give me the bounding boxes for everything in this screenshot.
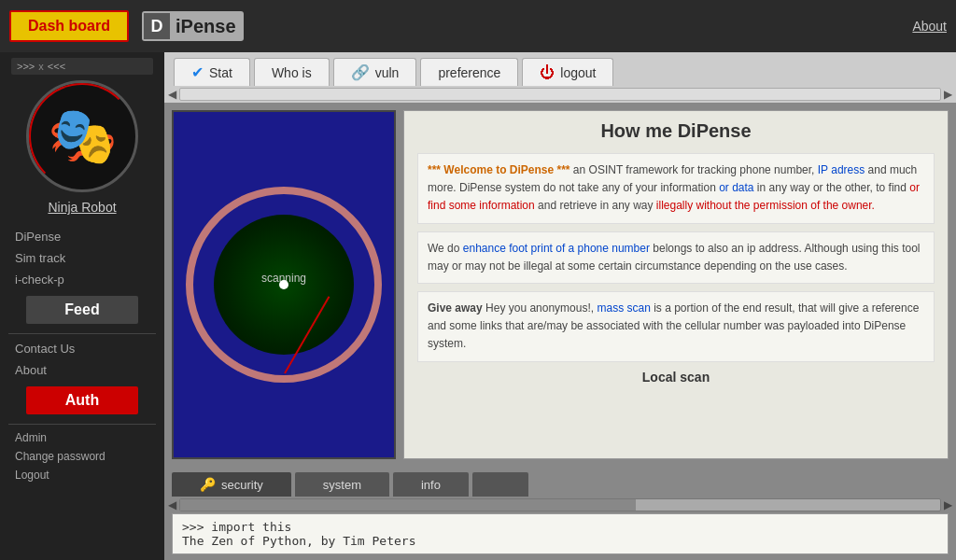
info-block-2: We do enhance foot print of a phone numb…	[417, 231, 935, 284]
sidebar: >>> x <<< 🎭 Ninja Robot DiPense Sim trac…	[0, 52, 164, 560]
auth-button[interactable]: Auth	[26, 386, 138, 414]
info-block-1: *** Welcome to DiPense *** an OSINT fram…	[417, 153, 935, 224]
local-scan-label: Local scan	[417, 370, 935, 385]
bottom-tab-system[interactable]: system	[295, 472, 389, 497]
bottom-tab-system-label: system	[323, 478, 361, 492]
info-panel: How me DiPense *** Welcome to DiPense **…	[403, 110, 949, 459]
bottom-scroll-left[interactable]: ◀	[168, 498, 176, 511]
tab-stat-label: Stat	[209, 65, 232, 80]
tab-stat[interactable]: ✔ Stat	[174, 58, 250, 86]
username[interactable]: Ninja Robot	[48, 200, 116, 215]
dashboard-button[interactable]: Dash board	[9, 10, 129, 42]
tab-logout[interactable]: ⏻ logout	[522, 58, 613, 86]
sidebar-item-about[interactable]: About	[0, 359, 164, 381]
top-scrollbar[interactable]: ◀ ▶	[164, 86, 956, 103]
bottom-tab-extra[interactable]	[472, 472, 528, 497]
bottom-tab-security[interactable]: 🔑 security	[172, 472, 291, 497]
nav-close-icon[interactable]: x	[38, 61, 44, 72]
scroll-right-arrow[interactable]: ▶	[944, 88, 952, 101]
header: Dash board D iPense About	[0, 0, 956, 52]
terminal-line-1: >>> import this	[182, 520, 938, 534]
logo-letter: D	[144, 13, 170, 39]
tab-whois-label: Who is	[272, 65, 312, 80]
sidebar-divider-2	[8, 424, 156, 425]
scrollbar-track[interactable]	[179, 88, 941, 101]
terminal-output: >>> import this The Zen of Python, by Ti…	[172, 513, 949, 554]
about-link[interactable]: About	[912, 19, 947, 34]
sidebar-divider	[8, 333, 156, 334]
content-panels: scanning How me DiPense *** Welcome to D…	[164, 103, 956, 467]
info-block-3: Give away Hey you anonymous!, mass scan …	[417, 291, 935, 362]
bottom-tabs: 🔑 security system info	[164, 467, 956, 497]
logo-name: iPense	[176, 16, 235, 37]
sidebar-item-admin[interactable]: Admin	[0, 428, 164, 447]
bottom-scrollbar[interactable]: ◀ ▶	[164, 497, 956, 513]
tab-preference[interactable]: preference	[420, 58, 518, 86]
tabs-row: ✔ Stat Who is 🔗 vuln preference ⏻ logout	[164, 52, 956, 86]
sidebar-item-simtrack[interactable]: Sim track	[0, 247, 164, 269]
avatar: 🎭	[26, 80, 138, 192]
info-title: How me DiPense	[417, 120, 935, 142]
bottom-scroll-right[interactable]: ▶	[944, 498, 952, 511]
sidebar-item-contact[interactable]: Contact Us	[0, 338, 164, 359]
bottom-scrollbar-fill	[180, 499, 636, 511]
security-key-icon: 🔑	[200, 477, 216, 492]
tab-whois[interactable]: Who is	[254, 58, 330, 86]
scan-dot	[279, 280, 288, 289]
scanner-panel: scanning	[172, 110, 396, 459]
bottom-tab-info[interactable]: info	[393, 472, 469, 497]
logout-power-icon: ⏻	[540, 64, 555, 81]
tab-vuln-label: vuln	[375, 65, 400, 80]
scanner-canvas: scanning	[181, 182, 387, 387]
tab-preference-label: preference	[438, 65, 500, 80]
avatar-ring	[27, 81, 137, 191]
content-area: ✔ Stat Who is 🔗 vuln preference ⏻ logout…	[164, 52, 956, 560]
tab-logout-label: logout	[560, 65, 596, 80]
bottom-tab-info-label: info	[421, 478, 441, 492]
sidebar-item-icheckp[interactable]: i-check-p	[0, 269, 164, 290]
sidebar-item-change-password[interactable]: Change password	[0, 447, 164, 466]
sidebar-item-dipense[interactable]: DiPense	[0, 226, 164, 247]
vuln-link-icon: 🔗	[351, 63, 370, 81]
bottom-scrollbar-track[interactable]	[179, 498, 941, 511]
terminal-line-2: The Zen of Python, by Tim Peters	[182, 534, 938, 548]
logo-area: D iPense	[142, 11, 243, 41]
scroll-left-arrow[interactable]: ◀	[168, 88, 176, 101]
nav-forward-icon[interactable]: >>>	[17, 61, 35, 72]
main-layout: >>> x <<< 🎭 Ninja Robot DiPense Sim trac…	[0, 52, 956, 560]
bottom-tab-security-label: security	[221, 478, 263, 492]
feed-button[interactable]: Feed	[26, 296, 138, 324]
sidebar-nav-bar: >>> x <<<	[11, 58, 153, 75]
tab-vuln[interactable]: 🔗 vuln	[333, 58, 417, 86]
nav-back-icon[interactable]: <<<	[48, 61, 65, 72]
stat-checkmark-icon: ✔	[191, 63, 204, 81]
sidebar-item-logout[interactable]: Logout	[0, 466, 164, 484]
